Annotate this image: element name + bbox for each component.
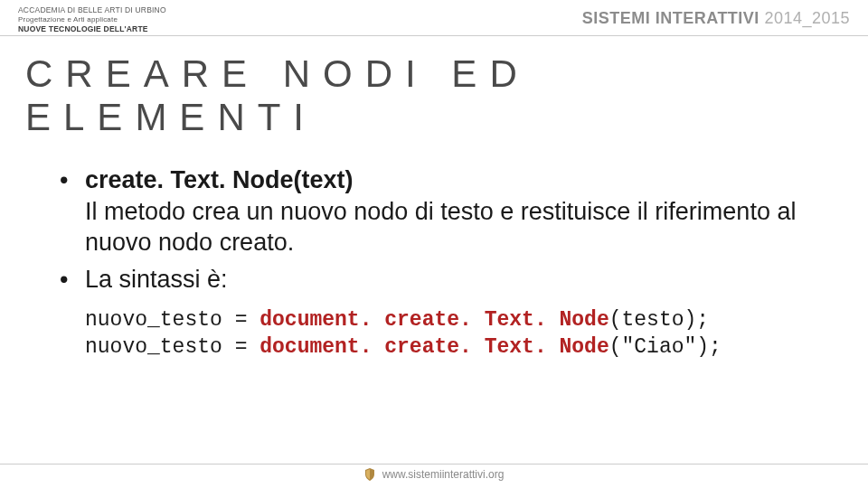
slide-body: create. Text. Node(text) Il metodo crea … (0, 148, 868, 295)
code-block: nuovo_testo = document. create. Text. No… (0, 300, 868, 361)
code-text: ("Ciao"); (609, 335, 722, 359)
code-text: nuovo_testo = (85, 308, 259, 332)
code-keyword: document. create. Text. Node (259, 308, 609, 332)
code-text: (testo); (609, 308, 709, 332)
bullet-item: create. Text. Node(text) Il metodo crea … (54, 164, 832, 258)
course-year: 2014_2015 (764, 9, 850, 27)
code-keyword: document. create. Text. Node (259, 335, 609, 359)
bullet-text: La sintassi è: (85, 266, 228, 293)
bullet-list: create. Text. Node(text) Il metodo crea … (54, 164, 832, 295)
course-name: SISTEMI INTERATTIVI (582, 9, 760, 27)
slide-footer: www.sistemiinterattivi.org (0, 464, 868, 481)
institution-line3: NUOVE TECNOLOGIE DELL'ARTE (18, 24, 166, 34)
method-name: create. Text. Node(text) (85, 166, 354, 193)
institution-block: ACCADEMIA DI BELLE ARTI DI URBINO Proget… (18, 5, 166, 33)
code-text: nuovo_testo = (85, 335, 259, 359)
shield-icon (364, 468, 375, 481)
footer-url: www.sistemiinterattivi.org (382, 468, 505, 481)
slide-title: CREARE NODI ED ELEMENTI (0, 36, 868, 148)
course-label: SISTEMI INTERATTIVI 2014_2015 (582, 5, 850, 28)
slide-header: ACCADEMIA DI BELLE ARTI DI URBINO Proget… (0, 0, 868, 36)
institution-line1: ACCADEMIA DI BELLE ARTI DI URBINO (18, 5, 166, 15)
institution-line2: Progettazione e Arti applicate (18, 15, 166, 24)
bullet-item: La sintassi è: (54, 264, 832, 296)
method-desc: Il metodo crea un nuovo nodo di testo e … (85, 198, 796, 257)
